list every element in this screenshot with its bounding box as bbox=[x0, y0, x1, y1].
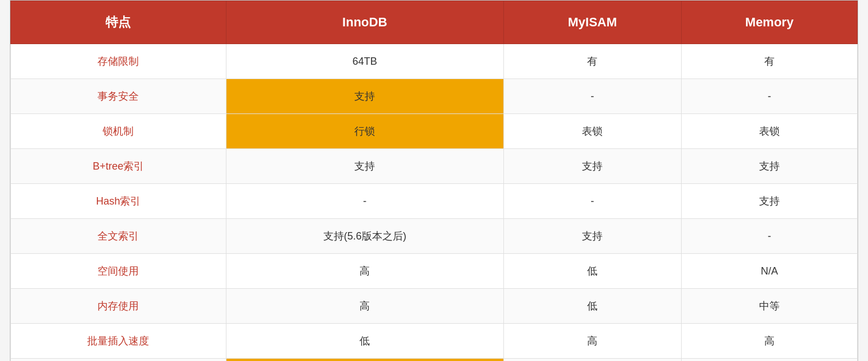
cell-innodb: 支持(5.6版本之后) bbox=[226, 219, 503, 254]
header-innodb: InnoDB bbox=[226, 1, 503, 44]
cell-myisam: - bbox=[503, 359, 681, 362]
header-memory: Memory bbox=[682, 1, 858, 44]
cell-myisam: - bbox=[503, 79, 681, 114]
table-row: 锁机制行锁表锁表锁 bbox=[11, 114, 858, 149]
table-row: 内存使用高低中等 bbox=[11, 289, 858, 324]
cell-memory: N/A bbox=[682, 254, 858, 289]
cell-memory: 表锁 bbox=[682, 114, 858, 149]
cell-memory: 支持 bbox=[682, 184, 858, 219]
table-header-row: 特点 InnoDB MyISAM Memory bbox=[11, 1, 858, 44]
cell-myisam: 低 bbox=[503, 289, 681, 324]
table-body: 存储限制64TB有有事务安全支持--锁机制行锁表锁表锁B+tree索引支持支持支… bbox=[11, 44, 858, 362]
cell-innodb: 64TB bbox=[226, 44, 503, 79]
cell-myisam: 表锁 bbox=[503, 114, 681, 149]
cell-memory: - bbox=[682, 79, 858, 114]
cell-feature: 内存使用 bbox=[11, 289, 226, 324]
cell-feature: 全文索引 bbox=[11, 219, 226, 254]
table-row: B+tree索引支持支持支持 bbox=[11, 149, 858, 184]
cell-innodb: 高 bbox=[226, 254, 503, 289]
cell-feature: 批量插入速度 bbox=[11, 324, 226, 359]
cell-innodb: 行锁 bbox=[226, 114, 503, 149]
cell-myisam: 有 bbox=[503, 44, 681, 79]
cell-innodb: - bbox=[226, 184, 503, 219]
table-row: Hash索引--支持 bbox=[11, 184, 858, 219]
cell-innodb: 支持 bbox=[226, 359, 503, 362]
comparison-table-wrapper: 特点 InnoDB MyISAM Memory 存储限制64TB有有事务安全支持… bbox=[10, 0, 858, 361]
cell-memory: 有 bbox=[682, 44, 858, 79]
cell-myisam: 支持 bbox=[503, 149, 681, 184]
cell-feature: 空间使用 bbox=[11, 254, 226, 289]
cell-feature: 支持外键 bbox=[11, 359, 226, 362]
cell-feature: 锁机制 bbox=[11, 114, 226, 149]
cell-memory: 中等 bbox=[682, 289, 858, 324]
cell-myisam: 低 bbox=[503, 254, 681, 289]
table-row: 支持外键支持-- bbox=[11, 359, 858, 362]
comparison-table: 特点 InnoDB MyISAM Memory 存储限制64TB有有事务安全支持… bbox=[10, 1, 858, 361]
table-row: 存储限制64TB有有 bbox=[11, 44, 858, 79]
cell-memory: - bbox=[682, 359, 858, 362]
table-row: 空间使用高低N/A bbox=[11, 254, 858, 289]
cell-feature: 事务安全 bbox=[11, 79, 226, 114]
cell-innodb: 支持 bbox=[226, 149, 503, 184]
cell-innodb: 支持 bbox=[226, 79, 503, 114]
cell-memory: 高 bbox=[682, 324, 858, 359]
cell-memory: - bbox=[682, 219, 858, 254]
cell-innodb: 低 bbox=[226, 324, 503, 359]
header-myisam: MyISAM bbox=[503, 1, 681, 44]
table-row: 事务安全支持-- bbox=[11, 79, 858, 114]
cell-myisam: 支持 bbox=[503, 219, 681, 254]
cell-innodb: 高 bbox=[226, 289, 503, 324]
table-row: 全文索引支持(5.6版本之后)支持- bbox=[11, 219, 858, 254]
cell-myisam: 高 bbox=[503, 324, 681, 359]
cell-feature: 存储限制 bbox=[11, 44, 226, 79]
cell-memory: 支持 bbox=[682, 149, 858, 184]
table-row: 批量插入速度低高高 bbox=[11, 324, 858, 359]
cell-feature: B+tree索引 bbox=[11, 149, 226, 184]
cell-myisam: - bbox=[503, 184, 681, 219]
header-feature: 特点 bbox=[11, 1, 226, 44]
cell-feature: Hash索引 bbox=[11, 184, 226, 219]
